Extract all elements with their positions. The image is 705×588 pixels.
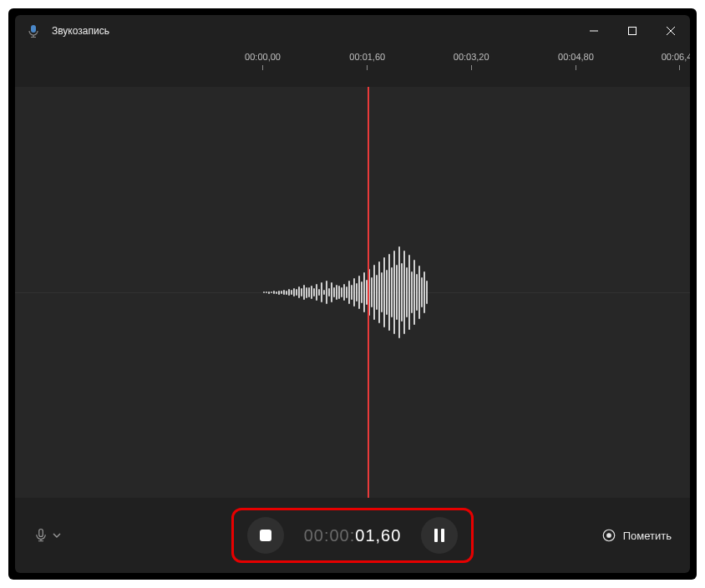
bottom-bar: 00:00:01,60 Пометить xyxy=(15,498,690,573)
waveform xyxy=(263,246,428,338)
timecode-prefix: 00:00: xyxy=(304,526,356,545)
maximize-button[interactable] xyxy=(613,18,652,44)
chevron-down-icon xyxy=(52,530,62,540)
svg-rect-0 xyxy=(31,25,36,33)
marker-icon xyxy=(601,528,616,543)
svg-rect-3 xyxy=(629,28,637,35)
app-title: Звукозапись xyxy=(52,25,109,37)
svg-rect-1 xyxy=(33,35,33,37)
timeline-ruler: 00:00,0000:01,6000:03,2000:04,8000:06,40 xyxy=(15,47,690,87)
waveform-area[interactable] xyxy=(15,87,690,498)
close-button[interactable] xyxy=(652,18,690,44)
timecode-display: 00:00:01,60 xyxy=(304,526,402,545)
mark-button[interactable]: Пометить xyxy=(601,528,672,543)
timeline-tick: 00:01,60 xyxy=(338,52,397,70)
mark-label: Пометить xyxy=(623,530,672,542)
svg-point-6 xyxy=(606,534,611,538)
stop-button[interactable] xyxy=(247,517,284,554)
timeline-tick: 00:06,40 xyxy=(650,52,690,70)
timeline-tick: 00:00,00 xyxy=(234,52,292,70)
pause-icon xyxy=(434,529,444,542)
title-bar: Звукозапись xyxy=(15,15,690,47)
mic-selector[interactable] xyxy=(33,528,62,543)
timecode-value: 01,60 xyxy=(355,526,401,545)
timeline-tick: 00:03,20 xyxy=(442,52,500,70)
svg-rect-2 xyxy=(31,37,36,38)
microphone-icon xyxy=(33,528,48,543)
app-window: Звукозапись 00:00,0000:01,6000:03,2000:0… xyxy=(15,15,690,573)
timeline-tick: 00:04,80 xyxy=(546,52,605,70)
pause-button[interactable] xyxy=(421,517,458,554)
app-icon xyxy=(27,24,40,38)
recording-controls-highlight: 00:00:01,60 xyxy=(231,508,474,563)
svg-rect-4 xyxy=(39,530,43,537)
minimize-button[interactable] xyxy=(575,18,613,44)
stop-icon xyxy=(260,530,271,541)
playhead[interactable] xyxy=(368,87,369,498)
